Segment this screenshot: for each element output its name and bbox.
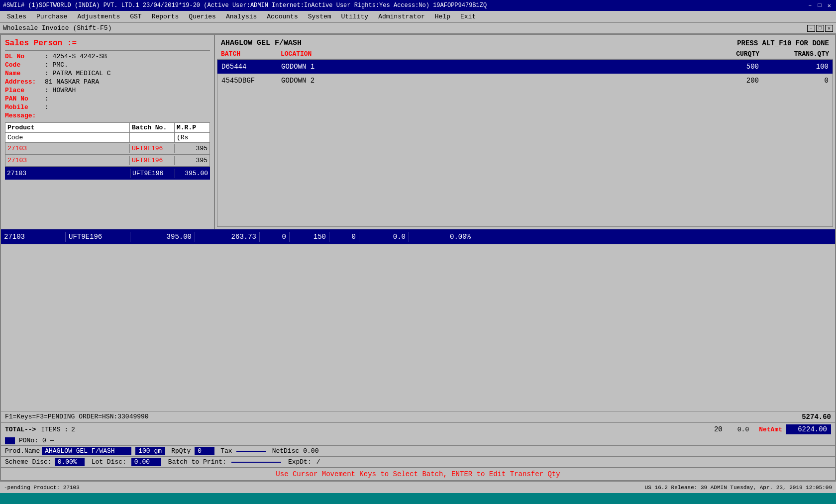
batch-col-location: LOCATION xyxy=(281,50,710,58)
name-label: Name xyxy=(5,70,45,77)
batch-row2-transqty: 0 xyxy=(769,77,829,85)
code-value: : PMC. xyxy=(45,61,68,69)
place-label: Place xyxy=(5,87,45,94)
window-minimize-btn[interactable]: – xyxy=(807,25,815,32)
netdisc-value: 0.00 xyxy=(303,447,318,455)
batch-row2-location: GODOWN 2 xyxy=(281,77,709,85)
title-bar-text: #SWIL# (1)SOFTWORLD (INDIA) PVT. LTD.1 2… xyxy=(3,2,487,9)
ext-val2: 0 xyxy=(260,232,290,242)
batch-row2-batch: 4545DBGF xyxy=(221,77,281,85)
name-value: : PATRA MEDICAL C xyxy=(45,70,111,77)
po-progress-bar xyxy=(5,437,15,444)
totals-val1: 20 xyxy=(714,425,723,433)
menu-item-analysis[interactable]: Analysis xyxy=(221,12,262,21)
status-right: US 16.2 Release: 39 ADMIN Tuesday, Apr. … xyxy=(645,485,832,491)
title-maximize-btn[interactable]: □ xyxy=(816,2,824,9)
netdisc-label: NetDisc xyxy=(272,447,300,455)
pan-value: : xyxy=(45,95,49,102)
row1-code: 27103 xyxy=(5,144,130,153)
code-label: Code xyxy=(5,61,45,69)
sales-person-title: Sales Person := xyxy=(5,39,210,48)
batch-row-1[interactable]: D65444 GODOWN 1 500 100 xyxy=(217,60,833,74)
expdt-value: / xyxy=(316,458,320,466)
dl-value: : 4254-S 4242-SB xyxy=(45,53,107,60)
po-dash: — xyxy=(50,437,54,444)
row2-code: 27103 xyxy=(5,156,130,165)
col-blank xyxy=(130,133,175,142)
lot-disc-value[interactable]: 0.00 xyxy=(131,458,161,466)
scheme-bar: Scheme Disc: 0.00% Lot Disc: 0.00 Batch … xyxy=(1,456,835,467)
batch-print-value[interactable] xyxy=(231,462,281,463)
menu-item-exit[interactable]: Exit xyxy=(455,12,481,21)
menu-item-accounts[interactable]: Accounts xyxy=(262,12,303,21)
col-product: Product xyxy=(5,123,130,132)
title-minimize-btn[interactable]: – xyxy=(806,2,814,9)
menu-item-help[interactable]: Help xyxy=(430,12,455,21)
col-rs: (Rs xyxy=(175,133,209,142)
rpqty-value[interactable]: 0 xyxy=(195,447,214,455)
scheme-disc-value[interactable]: 0.00% xyxy=(55,458,85,466)
prod-name-value[interactable]: AHAGLOW GEL F/WASH xyxy=(42,447,131,455)
batch-col-transqty: TRANS.QTY xyxy=(769,50,829,58)
address-value: 81 NASKAR PARA xyxy=(45,78,99,86)
row1-batch: UFT9E196 xyxy=(130,144,175,153)
title-close-btn[interactable]: ✕ xyxy=(826,2,833,9)
prod-qty-value[interactable]: 100 gm xyxy=(135,447,165,455)
batch-row-2[interactable]: 4545DBGF GODOWN 2 200 0 xyxy=(217,74,833,88)
batch-row1-batch: D65444 xyxy=(221,63,281,71)
prod-detail-bar: Prod.Name AHAGLOW GEL F/WASH 100 gm RpQt… xyxy=(1,445,835,456)
top-section: Sales Person := DL No : 4254-S 4242-SB C… xyxy=(1,35,835,229)
totals-bar: TOTAL--> ITEMS : 2 20 0.0 NetAmt 6224.00 xyxy=(1,422,835,436)
window-close-btn[interactable]: ✕ xyxy=(825,25,833,32)
batch-row1-transqty[interactable]: 100 xyxy=(769,63,829,71)
total-label: TOTAL--> xyxy=(5,426,36,433)
menu-item-system[interactable]: System xyxy=(303,12,336,21)
menu-item-utility[interactable]: Utility xyxy=(336,12,374,21)
menu-item-queries[interactable]: Queries xyxy=(184,12,221,21)
menu-item-reports[interactable]: Reports xyxy=(147,12,184,21)
menu-item-adminstrator[interactable]: Adminstrator xyxy=(373,12,430,21)
tax-label: Tax xyxy=(220,447,232,455)
ext-val3: 150 xyxy=(290,232,329,242)
window-maximize-btn[interactable]: □ xyxy=(816,25,824,32)
tax-value[interactable] xyxy=(236,451,266,452)
ext-batch: UFT9E196 xyxy=(66,232,130,242)
active-code: 27103 xyxy=(5,169,130,178)
menu-bar: SalesPurchaseAdjustmentsGSTReportsQuerie… xyxy=(0,11,836,23)
ext-code: 27103 xyxy=(1,232,66,242)
title-bar-controls: – □ ✕ xyxy=(806,2,833,9)
active-row-extended: 27103 UFT9E196 395.00 263.73 0 150 0 0.0… xyxy=(1,229,835,244)
ext-mrp: 395.00 xyxy=(130,232,195,242)
product-table-area: AHAGLOW GEL F/WASH PRESS ALT_F10 FOR DON… xyxy=(215,35,835,229)
address-label: Address: xyxy=(5,78,45,86)
menu-item-gst[interactable]: GST xyxy=(125,12,146,21)
lot-disc-label: Lot Disc: xyxy=(92,458,126,466)
po-bar: PONo: 0 — xyxy=(1,436,835,445)
product-rows-left: 27103 UFT9E196 395 27103 UFT9E196 395 27… xyxy=(5,143,210,180)
items-label: ITEMS : xyxy=(41,426,68,433)
pan-label: PAN No xyxy=(5,95,45,102)
right-panel-header: AHAGLOW GEL F/WASH PRESS ALT_F10 FOR DON… xyxy=(217,37,833,49)
status-bar: -pending Product: 27103 US 16.2 Release:… xyxy=(0,481,836,493)
menu-item-purchase[interactable]: Purchase xyxy=(31,12,72,21)
col-code-header: Code xyxy=(5,133,130,142)
po-value: 0 xyxy=(42,437,46,444)
row2-batch: UFT9E196 xyxy=(130,156,175,165)
hsn-amount: 5274.60 xyxy=(802,413,831,421)
middle-space xyxy=(1,244,835,411)
items-count: 2 xyxy=(71,426,75,433)
batch-row1-location: GODOWN 1 xyxy=(281,63,709,71)
window-bar: Wholesale Invoice (Shift-F5) – □ ✕ xyxy=(0,23,836,34)
prod-name-label: Prod.Name xyxy=(5,447,40,455)
mobile-label: Mobile xyxy=(5,103,45,111)
batch-col-batch: BATCH xyxy=(221,50,281,58)
ext-val6: 0.00% xyxy=(409,232,474,242)
batch-row1-curqty: 500 xyxy=(709,63,769,71)
row2-mrp: 395 xyxy=(175,156,209,165)
message-label: Message: xyxy=(5,112,45,119)
menu-item-adjustments[interactable]: Adjustments xyxy=(72,12,125,21)
expdt-label: ExpDt: xyxy=(288,458,312,466)
mobile-value: : xyxy=(45,103,49,111)
left-panel: Sales Person := DL No : 4254-S 4242-SB C… xyxy=(1,35,215,229)
menu-item-sales[interactable]: Sales xyxy=(2,12,31,21)
